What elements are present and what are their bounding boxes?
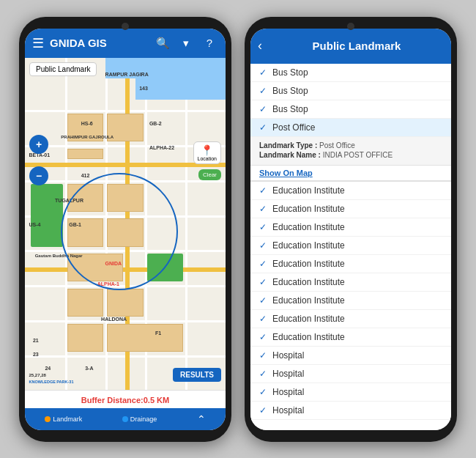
drainage-tab-label: Drainage [130,415,157,423]
item-label: Education Institute [272,259,345,269]
map-header: ☰ GNIDA GIS 🔍 ▾ ? [25,29,226,58]
expand-icon[interactable]: ⌃ [197,413,206,425]
landmark-type-label: Landmark Type : [259,141,317,149]
list-header-title: Public Landmark [269,40,444,52]
list-item[interactable]: ✓ Education Institute [250,328,451,347]
dropdown-icon[interactable]: ▾ [177,34,195,52]
drainage-tab[interactable]: Drainage [122,415,157,423]
check-icon: ✓ [259,67,267,78]
landmark-type-value: Post Office [319,141,355,149]
buffer-distance-text: Buffer Distance:0.5 KM [81,396,169,405]
item-label: Bus Stop [272,104,308,114]
list-item[interactable]: ✓ Education Institute [250,310,451,328]
right-phone: ‹ Public Landmark ✓ Bus Stop ✓ Bus Stop … [245,17,457,442]
check-icon: ✓ [259,295,267,306]
landmark-name-value: INDIA POST OFFICE [323,151,393,159]
list-item[interactable]: ✓ Education Institute [250,255,451,273]
list-item[interactable]: ✓ Education Institute [250,218,451,237]
zoom-in-button[interactable]: + [29,135,48,154]
clear-button[interactable]: Clear [198,169,221,180]
list-item[interactable]: ✓ Hospital [250,383,451,402]
buffer-distance-bar: Buffer Distance:0.5 KM [25,390,226,408]
list-header: ‹ Public Landmark [250,29,451,64]
right-phone-screen: ‹ Public Landmark ✓ Bus Stop ✓ Bus Stop … [250,29,451,430]
landmark-name-row: Landmark Name : INDIA POST OFFICE [259,151,442,159]
list-item[interactable]: ✓ Hospital [250,402,451,420]
item-label: Post Office [272,122,315,133]
item-label: Education Institute [272,295,345,306]
list-item[interactable]: ✓ Hospital [250,347,451,365]
location-label: Location [198,156,217,161]
check-icon: ✓ [259,277,267,287]
check-icon: ✓ [259,240,267,251]
item-label: Hospital [272,369,304,379]
list-item[interactable]: ✓ Hospital [250,365,451,383]
landmark-button[interactable]: Public Landmark [29,62,97,76]
results-button[interactable]: RESULTS [173,368,221,382]
item-label: Hospital [272,405,304,415]
check-icon: ✓ [259,350,267,361]
item-label: Bus Stop [272,86,308,96]
list-item[interactable]: ✓ Bus Stop [250,100,451,119]
check-icon: ✓ [259,332,267,342]
zoom-out-button[interactable]: − [29,166,48,185]
map-bottom-tabs: Landmark Drainage ⌃ [25,408,226,430]
list-scroll[interactable]: ✓ Bus Stop ✓ Bus Stop ✓ Bus Stop ✓ Post … [250,64,451,430]
check-icon: ✓ [259,86,267,96]
check-icon: ✓ [259,369,267,379]
help-icon[interactable]: ? [201,34,218,52]
item-label: Education Institute [272,204,345,214]
item-label: Education Institute [272,185,345,196]
item-label: Education Institute [272,222,345,232]
list-item[interactable]: ✓ Education Institute [250,200,451,218]
show-on-map-link[interactable]: Show On Map [250,166,451,180]
list-item[interactable]: ✓ Education Institute [250,237,451,255]
back-button[interactable]: ‹ [258,38,262,53]
phones-container: ☰ GNIDA GIS 🔍 ▾ ? [19,17,457,442]
item-label: Education Institute [272,240,345,251]
landmark-tab[interactable]: Landmark [45,415,82,423]
check-icon: ✓ [259,222,267,232]
item-label: Hospital [272,387,304,397]
list-item[interactable]: ✓ Education Institute [250,182,451,200]
post-office-item[interactable]: ✓ Post Office [250,119,451,137]
item-label: Education Institute [272,332,345,342]
landmark-type-row: Landmark Type : Post Office [259,141,442,149]
list-item[interactable]: ✓ Bus Stop [250,82,451,100]
check-icon: ✓ [259,314,267,324]
item-label: Bus Stop [272,67,308,78]
search-icon[interactable]: 🔍 [154,34,171,52]
left-phone-screen: ☰ GNIDA GIS 🔍 ▾ ? [25,29,226,430]
map-canvas: RAMPUR JAGIRA HS-6 GB-2 BETA-01 PRAHIMPU… [25,58,226,408]
landmark-name-label: Landmark Name : [259,151,321,159]
menu-icon[interactable]: ☰ [32,35,44,51]
item-label: Education Institute [272,277,345,287]
map-body: RAMPUR JAGIRA HS-6 GB-2 BETA-01 PRAHIMPU… [25,58,226,408]
check-icon: ✓ [259,204,267,214]
list-item[interactable]: ✓ Education Institute [250,273,451,292]
app-title: GNIDA GIS [50,37,148,49]
check-icon: ✓ [259,405,267,415]
location-button[interactable]: 📍 Location [193,141,221,164]
left-phone: ☰ GNIDA GIS 🔍 ▾ ? [19,17,231,442]
check-icon: ✓ [259,387,267,397]
check-icon: ✓ [259,259,267,269]
item-label: Hospital [272,350,304,361]
list-item[interactable]: ✓ Bus Stop [250,64,451,82]
check-icon: ✓ [259,122,267,133]
item-label: Education Institute [272,314,345,324]
landmark-tab-label: Landmark [53,415,82,423]
list-item[interactable]: ✓ Education Institute [250,292,451,310]
check-icon: ✓ [259,104,267,114]
check-icon: ✓ [259,185,267,196]
buffer-circle [61,173,178,290]
detail-section: Landmark Type : Post Office Landmark Nam… [250,137,451,166]
